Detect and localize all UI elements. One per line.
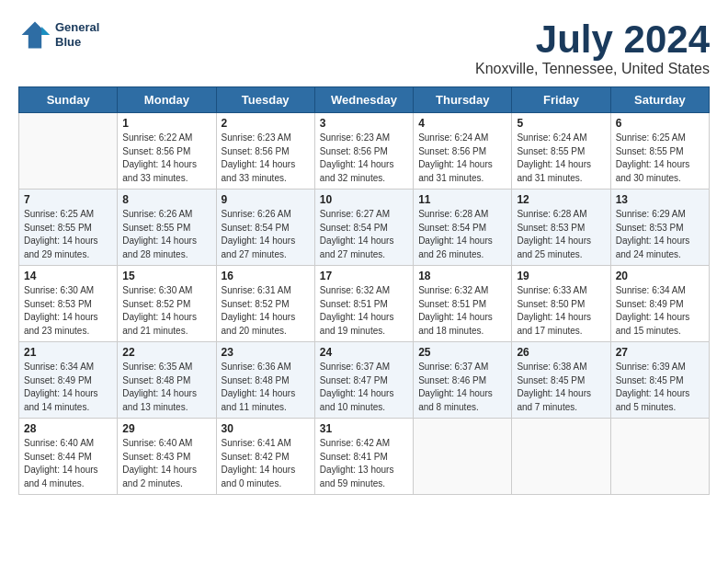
day-info: Sunrise: 6:28 AM Sunset: 8:54 PM Dayligh… bbox=[418, 208, 506, 261]
calendar-cell: 15Sunrise: 6:30 AM Sunset: 8:52 PM Dayli… bbox=[118, 266, 216, 342]
day-info: Sunrise: 6:25 AM Sunset: 8:55 PM Dayligh… bbox=[616, 132, 704, 185]
weekday-header-monday: Monday bbox=[118, 87, 216, 113]
weekday-header-sunday: Sunday bbox=[19, 87, 118, 113]
day-info: Sunrise: 6:27 AM Sunset: 8:54 PM Dayligh… bbox=[320, 208, 408, 261]
day-info: Sunrise: 6:36 AM Sunset: 8:48 PM Dayligh… bbox=[222, 361, 310, 414]
calendar-cell: 21Sunrise: 6:34 AM Sunset: 8:49 PM Dayli… bbox=[19, 342, 118, 419]
day-number: 15 bbox=[122, 270, 210, 282]
day-number: 10 bbox=[320, 193, 408, 206]
calendar-cell: 23Sunrise: 6:36 AM Sunset: 8:48 PM Dayli… bbox=[216, 342, 314, 419]
calendar-cell: 19Sunrise: 6:33 AM Sunset: 8:50 PM Dayli… bbox=[512, 266, 610, 342]
day-info: Sunrise: 6:41 AM Sunset: 8:42 PM Dayligh… bbox=[222, 437, 310, 490]
day-info: Sunrise: 6:30 AM Sunset: 8:53 PM Dayligh… bbox=[24, 284, 112, 338]
day-info: Sunrise: 6:32 AM Sunset: 8:51 PM Dayligh… bbox=[418, 284, 506, 338]
day-info: Sunrise: 6:22 AM Sunset: 8:56 PM Dayligh… bbox=[122, 132, 210, 185]
calendar-cell: 28Sunrise: 6:40 AM Sunset: 8:44 PM Dayli… bbox=[19, 419, 118, 495]
day-number: 12 bbox=[517, 193, 605, 206]
calendar-cell: 1Sunrise: 6:22 AM Sunset: 8:56 PM Daylig… bbox=[118, 113, 216, 190]
day-info: Sunrise: 6:24 AM Sunset: 8:56 PM Dayligh… bbox=[418, 132, 506, 185]
day-info: Sunrise: 6:31 AM Sunset: 8:52 PM Dayligh… bbox=[222, 284, 310, 338]
day-number: 4 bbox=[418, 117, 506, 130]
weekday-header-tuesday: Tuesday bbox=[216, 87, 314, 113]
day-number: 24 bbox=[320, 346, 408, 359]
calendar-cell: 2Sunrise: 6:23 AM Sunset: 8:56 PM Daylig… bbox=[216, 113, 314, 190]
day-info: Sunrise: 6:30 AM Sunset: 8:52 PM Dayligh… bbox=[122, 284, 210, 338]
day-info: Sunrise: 6:39 AM Sunset: 8:45 PM Dayligh… bbox=[616, 361, 704, 414]
day-info: Sunrise: 6:38 AM Sunset: 8:45 PM Dayligh… bbox=[517, 361, 605, 414]
day-number: 18 bbox=[418, 270, 506, 282]
day-number: 28 bbox=[24, 422, 112, 435]
day-number: 11 bbox=[418, 193, 506, 206]
weekday-header-friday: Friday bbox=[512, 87, 610, 113]
calendar-cell: 12Sunrise: 6:28 AM Sunset: 8:53 PM Dayli… bbox=[512, 190, 610, 266]
calendar-cell bbox=[512, 419, 610, 495]
calendar-table: SundayMondayTuesdayWednesdayThursdayFrid… bbox=[18, 86, 710, 495]
calendar-cell: 17Sunrise: 6:32 AM Sunset: 8:51 PM Dayli… bbox=[314, 266, 413, 342]
day-info: Sunrise: 6:42 AM Sunset: 8:41 PM Dayligh… bbox=[320, 437, 408, 490]
day-info: Sunrise: 6:35 AM Sunset: 8:48 PM Dayligh… bbox=[122, 361, 210, 414]
day-info: Sunrise: 6:26 AM Sunset: 8:55 PM Dayligh… bbox=[122, 208, 210, 261]
day-info: Sunrise: 6:33 AM Sunset: 8:50 PM Dayligh… bbox=[517, 284, 605, 338]
calendar-week-3: 14Sunrise: 6:30 AM Sunset: 8:53 PM Dayli… bbox=[19, 266, 710, 342]
day-info: Sunrise: 6:37 AM Sunset: 8:46 PM Dayligh… bbox=[418, 361, 506, 414]
calendar-cell: 11Sunrise: 6:28 AM Sunset: 8:54 PM Dayli… bbox=[414, 190, 512, 266]
day-number: 2 bbox=[222, 117, 310, 130]
calendar-cell: 31Sunrise: 6:42 AM Sunset: 8:41 PM Dayli… bbox=[314, 419, 413, 495]
day-info: Sunrise: 6:26 AM Sunset: 8:54 PM Dayligh… bbox=[222, 208, 310, 261]
day-info: Sunrise: 6:32 AM Sunset: 8:51 PM Dayligh… bbox=[320, 284, 408, 338]
calendar-cell: 26Sunrise: 6:38 AM Sunset: 8:45 PM Dayli… bbox=[512, 342, 610, 419]
calendar-cell bbox=[610, 419, 709, 495]
weekday-header-row: SundayMondayTuesdayWednesdayThursdayFrid… bbox=[19, 87, 710, 113]
day-info: Sunrise: 6:40 AM Sunset: 8:44 PM Dayligh… bbox=[24, 437, 112, 490]
day-number: 1 bbox=[122, 117, 210, 130]
calendar-cell: 7Sunrise: 6:25 AM Sunset: 8:55 PM Daylig… bbox=[19, 190, 118, 266]
svg-marker-1 bbox=[41, 27, 50, 35]
calendar-week-4: 21Sunrise: 6:34 AM Sunset: 8:49 PM Dayli… bbox=[19, 342, 710, 419]
calendar-cell: 6Sunrise: 6:25 AM Sunset: 8:55 PM Daylig… bbox=[610, 113, 709, 190]
calendar-cell bbox=[19, 113, 118, 190]
calendar-week-2: 7Sunrise: 6:25 AM Sunset: 8:55 PM Daylig… bbox=[19, 190, 710, 266]
day-info: Sunrise: 6:37 AM Sunset: 8:47 PM Dayligh… bbox=[320, 361, 408, 414]
day-number: 6 bbox=[616, 117, 704, 130]
logo-line1: General bbox=[55, 20, 99, 35]
subtitle: Knoxville, Tennessee, United States bbox=[475, 61, 710, 77]
day-number: 31 bbox=[320, 422, 408, 435]
day-number: 29 bbox=[122, 422, 210, 435]
day-info: Sunrise: 6:40 AM Sunset: 8:43 PM Dayligh… bbox=[122, 437, 210, 490]
day-number: 8 bbox=[122, 193, 210, 206]
calendar-cell: 9Sunrise: 6:26 AM Sunset: 8:54 PM Daylig… bbox=[216, 190, 314, 266]
main-title: July 2024 bbox=[475, 18, 710, 61]
day-number: 26 bbox=[517, 346, 605, 359]
logo-icon bbox=[18, 18, 51, 52]
day-number: 13 bbox=[616, 193, 704, 206]
day-info: Sunrise: 6:34 AM Sunset: 8:49 PM Dayligh… bbox=[24, 361, 112, 414]
calendar-cell: 30Sunrise: 6:41 AM Sunset: 8:42 PM Dayli… bbox=[216, 419, 314, 495]
weekday-header-wednesday: Wednesday bbox=[314, 87, 413, 113]
calendar-cell: 16Sunrise: 6:31 AM Sunset: 8:52 PM Dayli… bbox=[216, 266, 314, 342]
day-number: 3 bbox=[320, 117, 408, 130]
day-number: 20 bbox=[616, 270, 704, 282]
calendar-cell: 20Sunrise: 6:34 AM Sunset: 8:49 PM Dayli… bbox=[610, 266, 709, 342]
calendar-cell: 5Sunrise: 6:24 AM Sunset: 8:55 PM Daylig… bbox=[512, 113, 610, 190]
calendar-week-1: 1Sunrise: 6:22 AM Sunset: 8:56 PM Daylig… bbox=[19, 113, 710, 190]
day-info: Sunrise: 6:23 AM Sunset: 8:56 PM Dayligh… bbox=[222, 132, 310, 185]
calendar-cell: 25Sunrise: 6:37 AM Sunset: 8:46 PM Dayli… bbox=[414, 342, 512, 419]
day-info: Sunrise: 6:24 AM Sunset: 8:55 PM Dayligh… bbox=[517, 132, 605, 185]
day-number: 27 bbox=[616, 346, 704, 359]
calendar-week-5: 28Sunrise: 6:40 AM Sunset: 8:44 PM Dayli… bbox=[19, 419, 710, 495]
weekday-header-thursday: Thursday bbox=[414, 87, 512, 113]
day-info: Sunrise: 6:34 AM Sunset: 8:49 PM Dayligh… bbox=[616, 284, 704, 338]
title-block: July 2024 Knoxville, Tennessee, United S… bbox=[475, 18, 710, 77]
day-number: 25 bbox=[418, 346, 506, 359]
day-number: 5 bbox=[517, 117, 605, 130]
day-info: Sunrise: 6:25 AM Sunset: 8:55 PM Dayligh… bbox=[24, 208, 112, 261]
calendar-cell: 29Sunrise: 6:40 AM Sunset: 8:43 PM Dayli… bbox=[118, 419, 216, 495]
day-number: 22 bbox=[122, 346, 210, 359]
calendar-cell: 10Sunrise: 6:27 AM Sunset: 8:54 PM Dayli… bbox=[314, 190, 413, 266]
calendar-cell: 24Sunrise: 6:37 AM Sunset: 8:47 PM Dayli… bbox=[314, 342, 413, 419]
page-header: General Blue July 2024 Knoxville, Tennes… bbox=[18, 18, 710, 77]
calendar-cell: 13Sunrise: 6:29 AM Sunset: 8:53 PM Dayli… bbox=[610, 190, 709, 266]
day-number: 7 bbox=[24, 193, 112, 206]
calendar-cell: 14Sunrise: 6:30 AM Sunset: 8:53 PM Dayli… bbox=[19, 266, 118, 342]
day-number: 30 bbox=[222, 422, 310, 435]
